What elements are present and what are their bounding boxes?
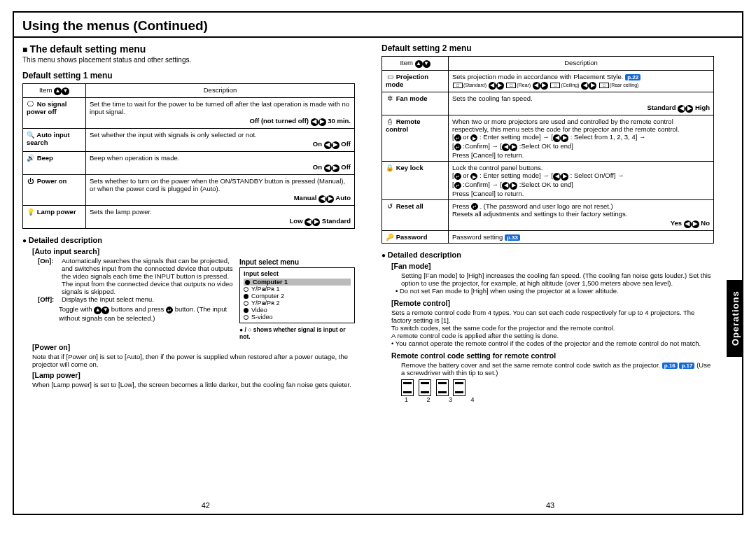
input-select-head: Input select xyxy=(244,270,351,277)
input-option: Computer 1 xyxy=(244,279,351,286)
table-title-1: Default setting 1 menu xyxy=(22,71,355,80)
default-setting-2-table: Item ▲▼ Description ▭ Projection mode Se… xyxy=(382,56,714,244)
enter-icon: ↵ xyxy=(454,143,461,150)
enter-icon: ↵ xyxy=(454,173,461,180)
remote-icon: ⎙ xyxy=(386,118,394,125)
page-numbers: 42 43 xyxy=(14,501,742,510)
input-option: Y/Pʙ/Pʀ 1 xyxy=(244,286,351,293)
fan-icon: ✲ xyxy=(386,94,394,102)
mode-ceiling-icon: □ xyxy=(550,83,560,88)
remote-control-p1: Sets a remote control code from 4 types.… xyxy=(382,309,714,324)
remote-control-p2: To switch codes, set the same code for t… xyxy=(382,324,714,332)
section-heading: The default setting menu xyxy=(22,43,355,55)
auto-input-head: [Auto input search] xyxy=(22,247,355,255)
page-ref: p.16 xyxy=(662,363,678,369)
row-projection-mode: ▭ Projection mode xyxy=(382,71,449,92)
row-remote-control: ⎙ Remote control xyxy=(382,115,449,162)
enter-icon: ↵ xyxy=(454,182,461,189)
row-lamp-power: 💡 Lamp power xyxy=(23,206,86,229)
section-subtitle: This menu shows placement status and oth… xyxy=(22,56,355,64)
two-column-layout: The default setting menu This menu shows… xyxy=(14,38,742,409)
fan-mode-bullet: • Do not set Fan mode to [High] when usi… xyxy=(382,287,714,295)
input-note: ● / ○ shows whether signal is input or n… xyxy=(239,326,355,340)
mode-rear-icon: □ xyxy=(506,83,516,88)
input-option: Y/Pʙ/Pʀ 2 xyxy=(244,300,351,307)
switch-icon xyxy=(436,379,449,396)
col-item: Item ▲▼ xyxy=(382,57,449,71)
fan-mode-text: Setting [Fan mode] to [High] increases t… xyxy=(382,272,714,287)
switch-labels: 1 2 3 4 xyxy=(405,396,714,403)
switch-icon xyxy=(401,379,414,396)
power-icon: ⏻ xyxy=(27,177,35,185)
power-on-text: Note that if [Power on] is set to [Auto]… xyxy=(22,353,355,368)
lamp-power-head: [Lamp power] xyxy=(22,371,355,379)
code-switch-diagram: 1 2 3 4 xyxy=(382,379,714,403)
detailed-description-heading: Detailed description xyxy=(22,236,355,244)
search-icon: 🔍 xyxy=(27,131,35,139)
lamp-icon: 💡 xyxy=(27,208,35,216)
remote-code-head: Remote control code setting for remote c… xyxy=(382,351,714,360)
right-column: Default setting 2 menu Item ▲▼ Descripti… xyxy=(377,38,734,403)
remote-code-text: Remove the battery cover and set the sam… xyxy=(382,361,714,377)
page-ref: p.17 xyxy=(679,363,694,369)
mode-standard-icon: □ xyxy=(453,83,463,88)
reset-icon: ↺ xyxy=(386,202,394,210)
input-option: Video xyxy=(244,307,351,314)
row-password: 🔑 Password xyxy=(382,231,449,244)
input-select-title: Input select menu xyxy=(239,258,355,266)
side-tab-operations: Operations xyxy=(727,280,743,357)
row-no-signal: 🖵 No signal power off xyxy=(23,98,86,129)
remote-control-p3: A remote control code is applied after t… xyxy=(382,332,714,339)
right-icon: ▶ xyxy=(470,134,477,141)
row-auto-input: 🔍 Auto input search xyxy=(23,129,86,152)
monitor-icon: 🖵 xyxy=(27,100,35,108)
left-column: The default setting menu This menu shows… xyxy=(22,38,359,403)
default-setting-1-table: Item ▲▼ Description 🖵 No signal power of… xyxy=(22,83,355,229)
page-num-left: 42 xyxy=(202,501,210,510)
enter-icon: ↵ xyxy=(166,307,173,314)
lock-icon: 🔒 xyxy=(386,164,394,171)
row-beep: 🔊 Beep xyxy=(23,152,86,175)
password-icon: 🔑 xyxy=(386,233,394,241)
speaker-icon: 🔊 xyxy=(27,154,35,162)
page-num-right: 43 xyxy=(546,501,554,510)
projection-icon: ▭ xyxy=(386,73,394,80)
remote-control-bullet: • You cannot operate the remote control … xyxy=(382,339,714,347)
detailed-description-heading-2: Detailed description xyxy=(382,251,714,259)
enter-icon: ↵ xyxy=(454,134,461,141)
switch-icon xyxy=(453,379,465,396)
row-key-lock: 🔒 Key lock xyxy=(382,162,449,200)
page-title: Using the menus (Continued) xyxy=(14,13,742,38)
col-desc: Description xyxy=(449,57,714,71)
switch-icon xyxy=(419,379,431,396)
row-reset-all: ↺ Reset all xyxy=(382,200,449,231)
col-item: Item ▲▼ xyxy=(23,84,86,98)
power-on-head: [Power on] xyxy=(22,343,355,351)
table-title-2: Default setting 2 menu xyxy=(382,43,714,53)
input-option: S-video xyxy=(244,314,351,321)
remote-control-head: [Remote control] xyxy=(382,299,714,307)
page-frame: Using the menus (Continued) The default … xyxy=(13,11,743,515)
input-option: Computer 2 xyxy=(244,293,351,300)
col-desc: Description xyxy=(86,84,355,98)
input-select-box: Input select menu Input select Computer … xyxy=(239,258,355,340)
page-ref: p.33 xyxy=(505,234,520,241)
lamp-power-text: When [Lamp power] is set to [Low], the s… xyxy=(22,381,355,388)
fan-mode-head: [Fan mode] xyxy=(382,262,714,270)
right-icon: ▶ xyxy=(470,173,477,180)
mode-rear-ceiling-icon: □ xyxy=(599,83,609,88)
enter-icon: ↵ xyxy=(471,203,478,210)
row-fan-mode: ✲ Fan mode xyxy=(382,92,449,115)
row-power-on: ⏻ Power on xyxy=(23,175,86,206)
page-ref: p.22 xyxy=(625,74,640,80)
